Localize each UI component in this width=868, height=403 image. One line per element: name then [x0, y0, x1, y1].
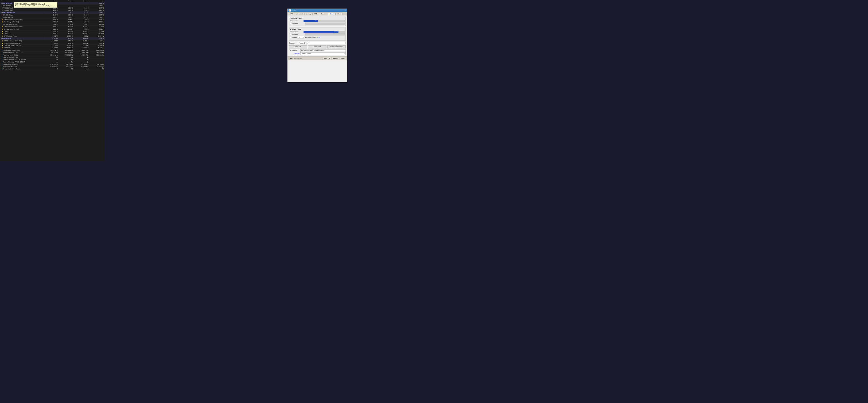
- sensor-value: 53.502 W: [74, 44, 90, 47]
- sensor-value: 49.956 A: [74, 26, 90, 28]
- sensor-value: 1,600.0 MHz: [43, 49, 59, 52]
- reference-link[interactable]: Reference: [289, 53, 300, 55]
- table-row: ⚡SoC Voltage (SVI2 TFN)0.994 V0.994 V0.9…: [0, 21, 105, 23]
- sensor-value: 0.981 V: [43, 19, 59, 21]
- sensor-value: 32.8 °C: [43, 9, 59, 11]
- bench-content: CPU Single Thread This Processor 552.0 R…: [287, 16, 347, 56]
- sensor-value: 35.401 W: [89, 47, 105, 49]
- sensor-value: 7.053 A: [43, 33, 59, 35]
- circle-icon: ●: [2, 68, 2, 70]
- sensor-value: 6.872 A: [59, 30, 74, 33]
- hwinfo-panel: CPU [#0]: AMD Ryzen 9 5900X: Enhanced Th…: [0, 0, 105, 161]
- right-area: ⚡ CPU-Z — ✕ CPU Mainboard Memory SPD Gra…: [105, 0, 347, 161]
- bench-cpu-button[interactable]: Bench CPU: [289, 45, 307, 48]
- sensor-value: 1.100 V: [43, 23, 59, 26]
- submit-compare-button[interactable]: Submit and Compare: [327, 45, 346, 48]
- table-row: ●Thermal Throttling (PROCHOT CPU)NoNoNo: [0, 59, 105, 61]
- sensor-value: 6.781 W: [59, 40, 74, 42]
- circle-icon: ●: [2, 59, 2, 60]
- sensor-value: 5.837 A: [43, 28, 59, 30]
- circle-icon: ●: [2, 64, 2, 65]
- close-button[interactable]: ✕: [344, 10, 346, 11]
- tab-memory[interactable]: Memory: [304, 12, 313, 15]
- sensor-value: 0.994 V: [59, 21, 74, 23]
- tab-spd[interactable]: SPD: [313, 12, 319, 15]
- sensor-value: 9.228 A: [89, 30, 105, 33]
- threads-label: Threads: [292, 37, 297, 38]
- reference-select-row: Reference <Please Select>: [289, 52, 346, 55]
- sensor-value: 1.100 V: [74, 23, 90, 26]
- sensor-value: 31.7 °C: [74, 16, 90, 19]
- sensor-value: [74, 2, 90, 4]
- tab-cpu[interactable]: CPU: [288, 12, 294, 15]
- sensor-value: 6.956 W: [43, 40, 59, 42]
- threads-row: Threads 24 Multi Thread Ratio 15.58: [290, 36, 345, 39]
- sensor-value: 6.872 A: [59, 26, 74, 28]
- bench-buttons: Bench CPU Stress CPU Submit and Compare: [289, 45, 346, 48]
- circle-icon: ●: [2, 52, 2, 54]
- sensor-value: 5.801 W: [43, 42, 59, 44]
- sensor-value: 29.8 °C: [43, 16, 59, 19]
- tab-mainboard[interactable]: Mainboard: [294, 12, 304, 15]
- threads-checkbox[interactable]: [290, 37, 291, 38]
- stress-cpu-button[interactable]: Stress CPU: [308, 45, 327, 48]
- sensor-value: 14.888 W: [89, 44, 105, 47]
- sensor-value: 12.562 W: [59, 44, 74, 47]
- expand-icon[interactable]: ▶: [1, 2, 2, 4]
- sensor-value: 7.053 A: [43, 26, 59, 28]
- multi-reference-row: Reference: [290, 33, 345, 35]
- cpuz-titlebar: ⚡ CPU-Z — ✕: [287, 9, 347, 12]
- sensor-value: No: [59, 61, 74, 63]
- cpuz-footer: CPU-Z Ver. 1.98.0.x64 Tools ▼ Validate C…: [287, 56, 347, 60]
- sensor-value: 139.999 A: [74, 33, 90, 35]
- sensor-value: 1.100 V: [89, 23, 105, 26]
- sensor-table-container[interactable]: Sensor Current Minimum Maximum Average ▶…: [0, 0, 105, 70]
- table-row: ●Infinity Fabric Clock (FCLK)1,600.0 MHz…: [0, 49, 105, 52]
- cpuz-window-controls: — ✕: [342, 10, 346, 11]
- minimize-button[interactable]: —: [342, 10, 344, 11]
- table-row: ▶Core Powers0.401 W0.287 W4.442 W0.600 W: [0, 37, 105, 40]
- single-reference-checkbox[interactable]: [290, 23, 291, 25]
- reference-dropdown[interactable]: <Please Select>: [300, 52, 346, 55]
- sensor-value: 5.864 W: [89, 42, 105, 44]
- single-processor-bar-container: 552.0: [304, 20, 345, 22]
- close-window-button[interactable]: Close: [340, 57, 346, 60]
- multi-reference-checkbox[interactable]: [290, 34, 291, 35]
- expand-icon[interactable]: ▶: [1, 12, 2, 13]
- sensor-value: No: [59, 59, 74, 61]
- table-row: ⚡Core+SoC Power (SVI2 TFN)12.757 W12.562…: [0, 44, 105, 47]
- sensor-value: No: [74, 59, 90, 61]
- sensor-value: 1,600.0 MHz: [59, 52, 74, 54]
- tab-about[interactable]: About: [336, 12, 343, 15]
- tools-dropdown-arrow[interactable]: ▼: [328, 57, 331, 60]
- sensor-value: No: [43, 59, 59, 61]
- sensor-table: Sensor Current Minimum Maximum Average ▶…: [0, 0, 105, 70]
- sensor-value: 1,600.0 MHz: [74, 49, 90, 52]
- threads-select[interactable]: 24: [298, 36, 304, 39]
- sensor-value: 9.228 A: [89, 26, 105, 28]
- sensor-value: 35.394 W: [89, 35, 105, 37]
- sensor-value: 30.2 °C: [89, 16, 105, 19]
- sensor-value: 0.475 Gbps: [74, 65, 90, 68]
- sensor-value: 0.950 V: [59, 19, 74, 21]
- sensor-value: 33.9 °C: [89, 4, 105, 7]
- sensor-value: 9.023 W: [89, 40, 105, 42]
- table-row: ⚡CPU TDC7.053 A6.872 A49.957 A9.228 A: [0, 30, 105, 33]
- sensor-value: 0.994 V: [89, 21, 105, 23]
- table-row: ⚡CPU EDC7.053 A6.872 A139.999 A13.746 A: [0, 33, 105, 35]
- bolt-icon: ⚡: [2, 26, 3, 28]
- table-row: ⚡CPU Package Power33.252 W33.038 W74.053…: [0, 35, 105, 37]
- tab-bench[interactable]: Bench: [328, 12, 336, 15]
- sensor-value: 1,600.0 MHz: [59, 49, 74, 52]
- expand-icon[interactable]: ▶: [1, 38, 2, 39]
- multi-thread-section: CPU Multi Thread This Processor 8598.9 R…: [289, 28, 346, 40]
- benchmark-dropdown[interactable]: Version 17.01.64: [298, 42, 346, 44]
- tab-graphics[interactable]: Graphics: [319, 12, 328, 15]
- sensor-value: 13.746 A: [89, 33, 105, 35]
- sensor-value: 33.262 W: [43, 47, 59, 49]
- sensor-value: 32.8 °C: [59, 7, 74, 9]
- validate-button[interactable]: Validate: [332, 57, 339, 60]
- table-row: ⚡CPU PPT33.262 W33.057 W74.072 W35.401 W: [0, 47, 105, 49]
- tools-button[interactable]: Tools: [322, 57, 328, 60]
- sensor-value: 1,600.0 MHz: [89, 52, 105, 54]
